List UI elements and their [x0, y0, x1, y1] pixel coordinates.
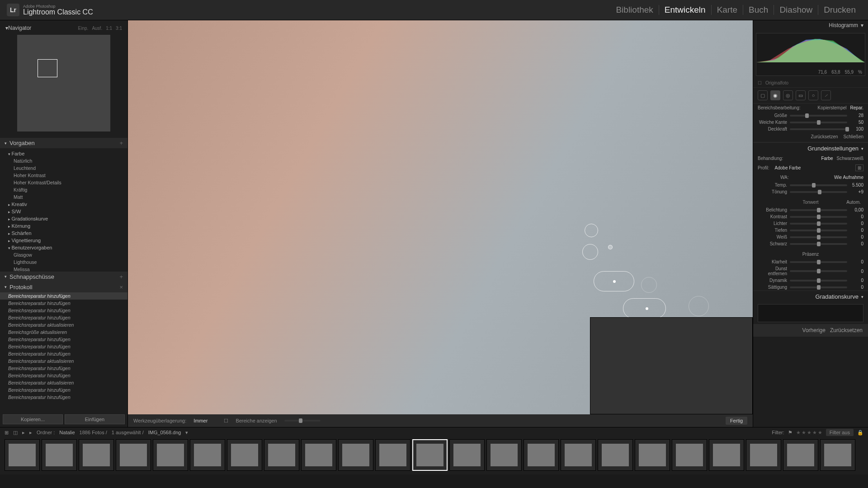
tonecurve-graph[interactable]: [758, 304, 863, 322]
module-library[interactable]: Bibliothek: [610, 5, 658, 15]
heal-spot[interactable]: [582, 244, 598, 260]
module-map[interactable]: Karte: [711, 5, 743, 15]
brush-tool[interactable]: ⟋: [821, 90, 831, 100]
histogram[interactable]: 71,6 63,8 55,9 %: [756, 33, 865, 76]
history-item[interactable]: Bereichsgröße aktualisieren: [0, 328, 127, 336]
nav-fill[interactable]: Ausf.: [92, 26, 102, 31]
preset-item[interactable]: Hoher Kontrast/Details: [0, 179, 127, 186]
slider-value[interactable]: 0: [850, 285, 863, 290]
slider-value[interactable]: 0: [850, 221, 863, 226]
slider-track[interactable]: [790, 261, 847, 263]
preset-item[interactable]: Leuchtend: [0, 164, 127, 172]
filter-off[interactable]: Filter aus: [826, 429, 854, 436]
thumbnail[interactable]: [227, 439, 262, 471]
thumbnail[interactable]: [709, 439, 744, 471]
slider-track[interactable]: [790, 270, 847, 272]
history-item[interactable]: Bereichsreparatur aktualisieren: [0, 379, 127, 386]
thumbnail[interactable]: [524, 439, 559, 471]
previous-button[interactable]: Vorherige: [802, 327, 826, 333]
slider-value[interactable]: 0: [850, 235, 863, 239]
nav-fit[interactable]: Einp.: [78, 26, 89, 31]
heal-pin[interactable]: [646, 307, 648, 310]
heal-spot[interactable]: [689, 296, 709, 316]
preset-group[interactable]: Gradationskurve: [0, 215, 127, 222]
tint-slider[interactable]: [790, 191, 847, 193]
basic-header[interactable]: Grundeinstellungen▾: [753, 142, 868, 154]
thumbnail[interactable]: [42, 439, 77, 471]
chevron-down-icon[interactable]: ▾: [861, 22, 863, 28]
preset-item[interactable]: Lighthouse: [0, 258, 127, 266]
presets-header[interactable]: ▾ Vorgaben +: [0, 138, 127, 148]
thumbnail[interactable]: [783, 439, 818, 471]
slider-track[interactable]: [790, 230, 847, 231]
preset-item[interactable]: Melissa: [0, 266, 127, 272]
treatment-bw[interactable]: Schwarzweiß: [837, 156, 863, 161]
preset-group[interactable]: Benutzervorgaben: [0, 244, 127, 251]
grid-icon[interactable]: ⊞: [5, 430, 9, 436]
profile-grid-icon[interactable]: ⊞: [855, 164, 863, 171]
thumbnail[interactable]: [301, 439, 336, 471]
slider-value[interactable]: 50: [850, 120, 863, 125]
heal-spot[interactable]: [641, 277, 657, 293]
thumbnail[interactable]: [486, 439, 522, 471]
history-item[interactable]: Bereichsreparatur hinzufügen: [0, 350, 127, 357]
tint-value[interactable]: +9: [850, 189, 863, 194]
slider-track[interactable]: [790, 115, 847, 117]
heal-pin[interactable]: [608, 245, 613, 249]
preset-group[interactable]: Körnung: [0, 222, 127, 230]
spot-reset[interactable]: Zurücksetzen: [811, 134, 838, 139]
slider-value[interactable]: 0: [850, 269, 863, 274]
module-develop[interactable]: Entwickeln: [659, 5, 711, 15]
thumbnail[interactable]: [561, 439, 596, 471]
thumbnail[interactable]: [412, 439, 448, 471]
temp-value[interactable]: 5.500: [850, 183, 863, 188]
module-book[interactable]: Buch: [743, 5, 774, 15]
lock-icon[interactable]: 🔒: [857, 430, 863, 436]
thumbnail[interactable]: [338, 439, 373, 471]
flag-icon[interactable]: ⚑: [788, 430, 793, 436]
treatment-color[interactable]: Farbe: [821, 156, 833, 161]
preset-group[interactable]: Kreativ: [0, 201, 127, 208]
heal-spot[interactable]: [585, 224, 598, 237]
add-icon[interactable]: +: [119, 140, 123, 146]
history-item[interactable]: Bereichsreparatur hinzufügen: [0, 343, 127, 350]
spot-close[interactable]: Schließen: [844, 134, 863, 139]
slider-track[interactable]: [790, 122, 847, 123]
gradient-tool[interactable]: ▭: [796, 90, 806, 100]
nav-1-1[interactable]: 1:1: [106, 26, 112, 31]
preset-item[interactable]: Kräftig: [0, 186, 127, 193]
preset-item[interactable]: Natürlich: [0, 157, 127, 164]
compare-icon[interactable]: ◫: [13, 430, 18, 436]
navigator-preview[interactable]: [17, 35, 110, 131]
history-item[interactable]: Bereichsreparatur hinzufügen: [0, 365, 127, 372]
history-item[interactable]: Bereichsreparatur aktualisieren: [0, 357, 127, 365]
history-item[interactable]: Bereichsreparatur hinzufügen: [0, 336, 127, 343]
module-print[interactable]: Drucken: [818, 5, 861, 15]
slider-track[interactable]: [790, 280, 847, 282]
reset-button[interactable]: Zurücksetzen: [830, 327, 863, 333]
heal-pin[interactable]: [613, 280, 616, 283]
overlay-mode[interactable]: Immer: [193, 418, 208, 423]
thumbnail[interactable]: [635, 439, 670, 471]
heal-spot[interactable]: [623, 298, 666, 319]
preset-item[interactable]: Matt: [0, 193, 127, 201]
snapshots-header[interactable]: ▾ Schnappschüsse +: [0, 272, 127, 282]
slider-value[interactable]: 0: [850, 241, 863, 246]
history-item[interactable]: Bereichsreparatur aktualisieren: [0, 321, 127, 328]
preset-group[interactable]: S/W: [0, 208, 127, 215]
thumbnail[interactable]: [820, 439, 855, 471]
thumbnail[interactable]: [153, 439, 188, 471]
crop-tool[interactable]: ▢: [758, 90, 768, 100]
slider-value[interactable]: 100: [850, 127, 863, 131]
thumbnail[interactable]: [190, 439, 225, 471]
clone-mode[interactable]: Kopierstempel: [818, 105, 847, 110]
preset-group[interactable]: Farbe: [0, 150, 127, 157]
preset-item[interactable]: Hoher Kontrast: [0, 172, 127, 179]
done-button[interactable]: Fertig: [726, 417, 747, 425]
wb-select[interactable]: Wie Aufnahme: [834, 175, 863, 180]
history-item[interactable]: Bereichsreparatur hinzufügen: [0, 386, 127, 394]
show-areas-checkbox[interactable]: Bereiche anzeigen: [236, 418, 277, 423]
history-item[interactable]: Bereichsreparatur hinzufügen: [0, 314, 127, 321]
preset-group[interactable]: Schärfen: [0, 230, 127, 237]
slider-track[interactable]: [790, 286, 847, 288]
